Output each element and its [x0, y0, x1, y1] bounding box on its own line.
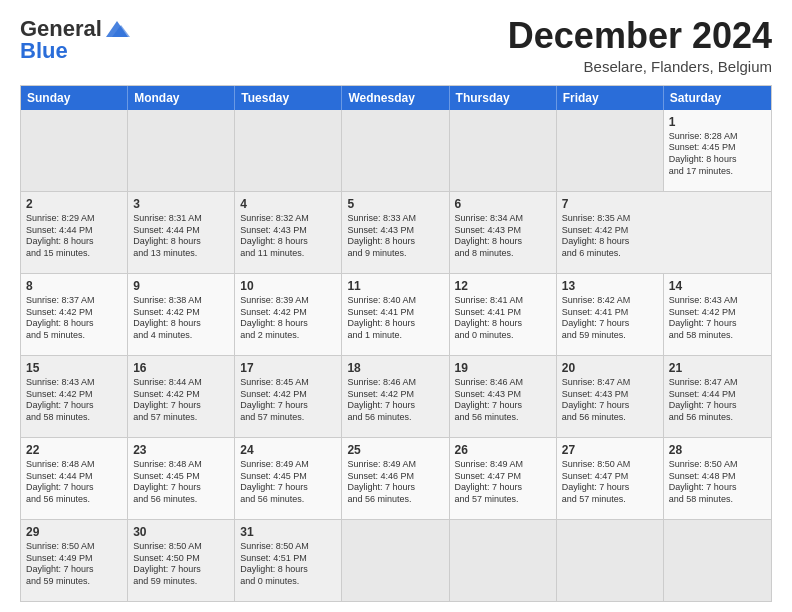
day-cell-27: 27Sunrise: 8:50 AMSunset: 4:47 PMDayligh…: [557, 438, 664, 519]
cell-line: Daylight: 7 hours: [562, 318, 658, 330]
empty-cell: [128, 110, 235, 191]
day-cell-29: 29Sunrise: 8:50 AMSunset: 4:49 PMDayligh…: [21, 520, 128, 601]
day-cell-11: 11Sunrise: 8:40 AMSunset: 4:41 PMDayligh…: [342, 274, 449, 355]
cell-line: Sunset: 4:43 PM: [240, 225, 336, 237]
cell-line: Sunset: 4:42 PM: [240, 389, 336, 401]
empty-cell: [21, 110, 128, 191]
day-cell-25: 25Sunrise: 8:49 AMSunset: 4:46 PMDayligh…: [342, 438, 449, 519]
day-cell-23: 23Sunrise: 8:48 AMSunset: 4:45 PMDayligh…: [128, 438, 235, 519]
header-day-thursday: Thursday: [450, 86, 557, 110]
cell-line: and 6 minutes.: [562, 248, 659, 260]
cell-line: Sunrise: 8:50 AM: [240, 541, 336, 553]
cell-line: Daylight: 8 hours: [26, 236, 122, 248]
cell-line: Sunrise: 8:44 AM: [133, 377, 229, 389]
day-cell-9: 9Sunrise: 8:38 AMSunset: 4:42 PMDaylight…: [128, 274, 235, 355]
cell-line: and 1 minute.: [347, 330, 443, 342]
cell-line: and 0 minutes.: [455, 330, 551, 342]
cell-line: Sunrise: 8:49 AM: [347, 459, 443, 471]
logo: General Blue: [20, 16, 132, 64]
cell-line: Sunset: 4:41 PM: [347, 307, 443, 319]
day-cell-13: 13Sunrise: 8:42 AMSunset: 4:41 PMDayligh…: [557, 274, 664, 355]
cell-line: Sunrise: 8:47 AM: [669, 377, 766, 389]
day-cell-12: 12Sunrise: 8:41 AMSunset: 4:41 PMDayligh…: [450, 274, 557, 355]
day-cell-22: 22Sunrise: 8:48 AMSunset: 4:44 PMDayligh…: [21, 438, 128, 519]
cell-line: Daylight: 8 hours: [347, 318, 443, 330]
cell-line: and 9 minutes.: [347, 248, 443, 260]
day-number: 7: [562, 196, 659, 212]
cell-line: Daylight: 8 hours: [133, 236, 229, 248]
cell-line: and 56 minutes.: [669, 412, 766, 424]
cell-line: and 8 minutes.: [455, 248, 551, 260]
cell-line: and 56 minutes.: [240, 494, 336, 506]
week-row-5: 22Sunrise: 8:48 AMSunset: 4:44 PMDayligh…: [21, 437, 771, 519]
cell-line: Sunset: 4:42 PM: [26, 307, 122, 319]
header-day-sunday: Sunday: [21, 86, 128, 110]
day-number: 27: [562, 442, 658, 458]
cell-line: Sunset: 4:41 PM: [562, 307, 658, 319]
cell-line: Sunset: 4:45 PM: [240, 471, 336, 483]
day-cell-16: 16Sunrise: 8:44 AMSunset: 4:42 PMDayligh…: [128, 356, 235, 437]
cell-line: Sunset: 4:42 PM: [133, 307, 229, 319]
cell-line: Daylight: 7 hours: [562, 400, 658, 412]
day-cell-28: 28Sunrise: 8:50 AMSunset: 4:48 PMDayligh…: [664, 438, 771, 519]
cell-line: Daylight: 8 hours: [133, 318, 229, 330]
cell-line: and 56 minutes.: [133, 494, 229, 506]
cell-line: and 59 minutes.: [562, 330, 658, 342]
cell-line: Sunrise: 8:33 AM: [347, 213, 443, 225]
empty-cell: [342, 520, 449, 601]
cell-line: Daylight: 7 hours: [562, 482, 658, 494]
empty-cell: [450, 110, 557, 191]
header-day-friday: Friday: [557, 86, 664, 110]
cell-line: Daylight: 7 hours: [26, 564, 122, 576]
cell-line: Sunrise: 8:35 AM: [562, 213, 659, 225]
day-cell-7: 7Sunrise: 8:35 AMSunset: 4:42 PMDaylight…: [557, 192, 664, 273]
cell-line: Sunrise: 8:34 AM: [455, 213, 551, 225]
empty-cell: [664, 520, 771, 601]
cell-line: Sunrise: 8:29 AM: [26, 213, 122, 225]
cell-line: Sunset: 4:44 PM: [26, 471, 122, 483]
title-block: December 2024 Beselare, Flanders, Belgiu…: [508, 16, 772, 75]
week-row-6: 29Sunrise: 8:50 AMSunset: 4:49 PMDayligh…: [21, 519, 771, 601]
day-number: 3: [133, 196, 229, 212]
cell-line: Daylight: 8 hours: [240, 236, 336, 248]
cell-line: and 56 minutes.: [347, 494, 443, 506]
cell-line: Sunrise: 8:32 AM: [240, 213, 336, 225]
header-day-tuesday: Tuesday: [235, 86, 342, 110]
cell-line: Sunset: 4:43 PM: [347, 225, 443, 237]
cell-line: Sunset: 4:42 PM: [669, 307, 766, 319]
cell-line: Sunrise: 8:39 AM: [240, 295, 336, 307]
cell-line: Sunset: 4:42 PM: [26, 389, 122, 401]
header: General Blue December 2024 Beselare, Fla…: [20, 16, 772, 75]
cell-line: and 17 minutes.: [669, 166, 766, 178]
day-cell-14: 14Sunrise: 8:43 AMSunset: 4:42 PMDayligh…: [664, 274, 771, 355]
cell-line: and 56 minutes.: [562, 412, 658, 424]
cell-line: Daylight: 7 hours: [133, 564, 229, 576]
cell-line: Daylight: 8 hours: [562, 236, 659, 248]
cell-line: and 56 minutes.: [455, 412, 551, 424]
cell-line: Sunset: 4:42 PM: [347, 389, 443, 401]
cell-line: Daylight: 8 hours: [347, 236, 443, 248]
cell-line: Sunrise: 8:50 AM: [26, 541, 122, 553]
header-day-wednesday: Wednesday: [342, 86, 449, 110]
week-row-1: 1Sunrise: 8:28 AMSunset: 4:45 PMDaylight…: [21, 110, 771, 191]
empty-cell: [450, 520, 557, 601]
cell-line: and 11 minutes.: [240, 248, 336, 260]
cell-line: Sunrise: 8:50 AM: [669, 459, 766, 471]
cell-line: and 58 minutes.: [669, 330, 766, 342]
day-cell-15: 15Sunrise: 8:43 AMSunset: 4:42 PMDayligh…: [21, 356, 128, 437]
cell-line: Sunset: 4:46 PM: [347, 471, 443, 483]
day-cell-26: 26Sunrise: 8:49 AMSunset: 4:47 PMDayligh…: [450, 438, 557, 519]
cell-line: Daylight: 8 hours: [669, 154, 766, 166]
day-number: 2: [26, 196, 122, 212]
cell-line: Daylight: 7 hours: [240, 482, 336, 494]
cell-line: Daylight: 8 hours: [240, 564, 336, 576]
day-number: 10: [240, 278, 336, 294]
day-cell-1: 1Sunrise: 8:28 AMSunset: 4:45 PMDaylight…: [664, 110, 771, 191]
cell-line: Daylight: 7 hours: [133, 482, 229, 494]
cell-line: Sunset: 4:44 PM: [669, 389, 766, 401]
day-cell-19: 19Sunrise: 8:46 AMSunset: 4:43 PMDayligh…: [450, 356, 557, 437]
day-number: 22: [26, 442, 122, 458]
day-number: 26: [455, 442, 551, 458]
cell-line: and 15 minutes.: [26, 248, 122, 260]
cell-line: Sunset: 4:43 PM: [455, 225, 551, 237]
